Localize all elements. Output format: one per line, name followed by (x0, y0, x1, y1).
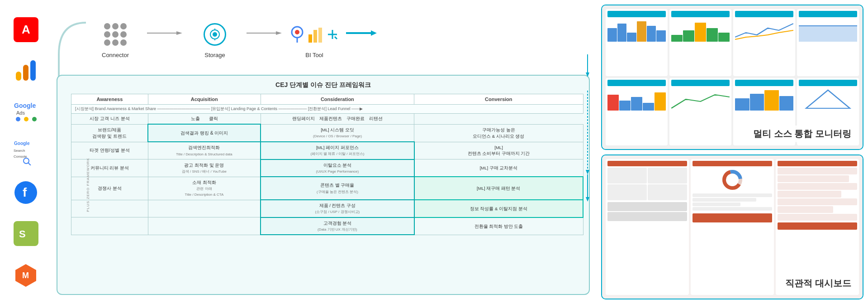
storage-label: Storage (204, 52, 225, 58)
connector-label: Connector (102, 52, 129, 58)
framework-table: Awareness Acquisition Consideration Conv… (71, 94, 583, 235)
header-consideration: Consideration (261, 94, 414, 105)
svg-text:M: M (22, 271, 29, 280)
fw-subheader-row: [시장분석] Brand Awareness & Market Share ——… (71, 105, 583, 114)
logo-adobe: A (10, 14, 42, 45)
intuitive-overlay: 직관적 대시보드 (781, 275, 856, 292)
mini-chart-6 (669, 78, 731, 145)
svg-text:Ads: Ads (16, 110, 25, 116)
fw-label-row: 시장 고객 니즈 분석 노출클릭 랜딩페이지제품컨텐츠구매완료리텐션 (71, 114, 583, 125)
multi-source-overlay: 멀티 소스 통합 모니터링 (749, 125, 856, 142)
logo-google-analytics (10, 54, 42, 86)
pipeline-bi-tool: BI Tool (287, 21, 342, 58)
svg-marker-39 (806, 90, 850, 108)
svg-point-6 (24, 117, 28, 121)
left-sidebar: A Google Ads Google Search (0, 0, 52, 304)
svg-text:Search: Search (14, 149, 25, 153)
multi-source-title: 멀티 소스 통합 모니터링 (753, 129, 851, 139)
svg-rect-0 (16, 72, 21, 81)
table-row: 커뮤니티 리뷰 분석 광고 최적화 및 운영검색 / SNS / 배너 / Yo… (71, 159, 583, 177)
svg-line-12 (28, 163, 31, 165)
storage-icon (201, 21, 228, 48)
svg-point-7 (32, 117, 37, 121)
mini-chart-4 (797, 9, 859, 76)
header-acquisition: Acquisition (148, 94, 261, 105)
logo-magento: M (10, 259, 42, 290)
connector-icon (102, 21, 129, 48)
logo-google-search-console: Google Search Console (10, 136, 42, 168)
svg-rect-1 (23, 65, 28, 81)
framework-box: PLUS ZERO FRAMEWORK CEJ 단계별 이슈 진단 프레임워크 … (57, 75, 590, 295)
svg-rect-32 (318, 28, 322, 43)
table-row: 브랜드/제품검색량 및 트렌드 검색결과 랭킹 & 이미지 [ML] 시스템 오… (71, 124, 583, 142)
table-row: 경쟁사 분석 소재 최적화관련 아래Title / Description & … (71, 177, 583, 200)
table-row: 타겟 연령/성별 분석 검색엔진최적화Title / Description &… (71, 142, 583, 159)
svg-marker-38 (799, 26, 857, 42)
mini-chart-3 (733, 9, 795, 76)
svg-rect-15 (14, 221, 38, 246)
table-row: 제품 / 컨텐츠 구성(소구점 / USP / 경쟁사비교) 정보 작성률 & … (71, 200, 583, 217)
logo-google-ads: Google Ads (10, 95, 42, 127)
svg-text:Google: Google (14, 102, 36, 109)
mini-chart-5 (606, 78, 668, 145)
mini-chart-1 (606, 9, 668, 76)
mini-chart-2 (669, 9, 731, 76)
plus-zero-label: PLUS ZERO FRAMEWORK (86, 158, 90, 212)
dashboard-col-1 (606, 159, 689, 295)
header-awareness: Awareness (71, 94, 148, 105)
intuitive-dashboard: 직관적 대시보드 (601, 154, 863, 300)
center-area: Connector (52, 0, 597, 304)
svg-marker-26 (276, 31, 282, 35)
table-row: 고객경험 분석(Data 기반 UX 개선기반) 전환율 최적화 방안 도출 (71, 217, 583, 235)
svg-marker-37 (371, 30, 377, 36)
svg-rect-31 (313, 30, 317, 43)
dashboard-col-3 (776, 159, 859, 295)
svg-text:f: f (23, 185, 27, 199)
bi-tool-icon (301, 21, 328, 48)
svg-point-28 (295, 30, 299, 34)
pipeline-row: Connector (52, 5, 597, 75)
framework-title: CEJ 단계별 이슈 진단 프레임워크 (63, 81, 583, 89)
pipeline-connector: Connector (88, 21, 142, 58)
svg-text:S: S (19, 228, 26, 240)
svg-point-22 (213, 32, 217, 37)
logo-facebook: f (10, 177, 42, 209)
right-panel: 멀티 소스 통합 모니터링 (597, 0, 868, 304)
svg-line-35 (335, 37, 337, 39)
main-container: A Google Ads Google Search (0, 0, 868, 304)
bi-tool-label: BI Tool (305, 52, 323, 58)
dashboard-col-2 (691, 159, 774, 295)
svg-rect-30 (308, 34, 312, 43)
svg-text:Google: Google (14, 141, 30, 146)
header-conversion: Conversion (414, 94, 583, 105)
svg-point-5 (16, 117, 20, 121)
svg-rect-2 (30, 60, 36, 81)
logo-shopify: S (10, 218, 42, 250)
svg-marker-20 (176, 31, 182, 35)
multi-source-dashboard: 멀티 소스 통합 모니터링 (601, 5, 863, 150)
intuitive-title: 직관적 대시보드 (785, 278, 851, 288)
fw-header-row: Awareness Acquisition Consideration Conv… (71, 94, 583, 105)
pipeline-storage: Storage (188, 21, 242, 58)
